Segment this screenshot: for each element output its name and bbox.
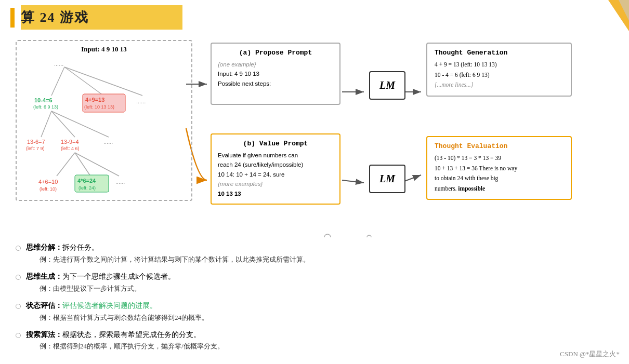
svg-text:(left: 6 9 13): (left: 6 9 13) [33, 104, 58, 110]
svg-line-15 [51, 111, 75, 137]
value-prompt-title: (b) Value Prompt [218, 140, 333, 147]
svg-text:(left: 7 9): (left: 7 9) [26, 146, 45, 151]
svg-text:......: ...... [136, 98, 146, 104]
sub-2: 例：由模型提议下一步计算方式。 [26, 283, 175, 294]
sub-4: 例：根据得到24的概率，顺序执行分支，抛弃零/低概率分支。 [26, 341, 224, 352]
propose-example-note: {one example} [218, 60, 333, 69]
thought-eval-section: Thought Evaluation (13 - 10) * 13 = 3 * … [426, 136, 572, 200]
propose-prompt: (a) Propose Prompt {one example} Input: … [211, 43, 340, 105]
tree-svg: ...... 10-4=6 (left: 6 9 13) 4+9=13 (lef… [23, 57, 189, 197]
header-accent-bar [10, 8, 15, 28]
value-last-line: 10 13 13 [218, 189, 333, 198]
svg-line-14 [41, 111, 51, 137]
te-line3: to obtain 24 with these big [435, 173, 564, 184]
bullet-3 [16, 300, 26, 323]
svg-line-7 [342, 180, 364, 183]
thought-gen-title: Thought Generation [435, 49, 564, 57]
svg-text:......: ...... [103, 139, 113, 145]
propose-steps-line: Possible next steps: [218, 79, 333, 88]
svg-text:13-9=4: 13-9=4 [61, 139, 79, 145]
bottom-item-3: 状态评估：评估候选者解决问题的进展。 例：根据当前计算方式与剩余数结合能够得到2… [16, 300, 613, 323]
text-4: 根据状态，探索最有希望完成任务的分支。 [62, 331, 201, 339]
main-2: 思维生成：为下一个思维步骤生成k个候选者。 [26, 271, 175, 283]
lm-box-2: LM [369, 165, 405, 193]
lm-box-1: LM [369, 71, 405, 100]
value-prompt-body: Evaluate if given numbers can reach 24 (… [218, 151, 333, 198]
label-4: 搜索算法： [26, 331, 62, 339]
thought-generation-box: Thought Generation 4 + 9 = 13 (left: 10 … [426, 43, 572, 97]
bullet-2 [16, 271, 26, 294]
svg-line-12 [64, 67, 103, 96]
main-4: 搜索算法：根据状态，探索最有希望完成任务的分支。 [26, 329, 224, 341]
main-1: 思维分解：拆分任务。 [26, 241, 310, 254]
svg-text:(left: 10 13 13): (left: 10 13 13) [84, 104, 114, 110]
te-line2: 10 + 13 + 13 = 36 There is no way [435, 164, 564, 174]
svg-line-18 [75, 153, 90, 176]
propose-input-line: Input: 4 9 10 13 [218, 69, 333, 78]
tg-line3: {...more lines...} [435, 80, 564, 90]
bullet-1 [16, 241, 26, 265]
propose-prompt-title: (a) Propose Prompt [218, 49, 333, 57]
main-3: 状态评估：评估候选者解决问题的进展。 [26, 300, 208, 312]
input-label: Input: 4 9 10 13 [23, 45, 185, 53]
value-line2: reach 24 (sure/likely/impossible) [218, 160, 333, 169]
svg-line-16 [51, 111, 109, 137]
svg-text:(left: 10): (left: 10) [40, 186, 57, 192]
svg-text:(left: 24): (left: 24) [78, 185, 96, 191]
svg-text:......: ...... [54, 61, 63, 67]
lm-label-2: LM [369, 165, 405, 193]
value-line1: Evaluate if given numbers can [218, 151, 333, 160]
propose-prompt-box: (a) Propose Prompt {one example} Input: … [211, 43, 340, 105]
content-3: 状态评估：评估候选者解决问题的进展。 例：根据当前计算方式与剩余数结合能够得到2… [26, 300, 208, 323]
text-2: 为下一个思维步骤生成k个候选者。 [62, 273, 175, 280]
value-line3: 10 14: 10 + 14 = 24. sure [218, 170, 333, 179]
thought-eval-title: Thought Evaluation [435, 142, 564, 150]
te-line4: numbers. impossible [435, 184, 564, 194]
value-more-note: {more examples} [218, 179, 333, 188]
content-4: 搜索算法：根据状态，探索最有希望完成任务的分支。 例：根据得到24的概率，顺序执… [26, 329, 224, 353]
svg-point-9 [324, 234, 331, 237]
main-diagram: Input: 4 9 10 13 [5, 35, 613, 237]
value-prompt-box: (b) Value Prompt Evaluate if given numbe… [211, 133, 340, 205]
content-1: 思维分解：拆分任务。 例：先进行两个数之间的计算，将计算结果与剩下的某个数计算，… [26, 241, 310, 265]
bottom-item-2: 思维生成：为下一个思维步骤生成k个候选者。 例：由模型提议下一步计算方式。 [16, 271, 613, 294]
content-2: 思维生成：为下一个思维步骤生成k个候选者。 例：由模型提议下一步计算方式。 [26, 271, 175, 294]
svg-point-10 [367, 235, 371, 237]
svg-text:(left: 4 6): (left: 4 6) [61, 146, 80, 151]
thought-evaluation-box: Thought Evaluation (13 - 10) * 13 = 3 * … [426, 136, 572, 200]
watermark: CSDN @*星星之火* [560, 349, 620, 359]
label-3: 状态评估： [26, 302, 62, 309]
tree-diagram: Input: 4 9 10 13 [10, 40, 198, 227]
svg-line-19 [75, 153, 119, 176]
text-1: 拆分任务。 [62, 244, 99, 251]
svg-line-17 [57, 153, 75, 176]
label-1: 思维分解： [26, 244, 62, 251]
thought-eval-body: (13 - 10) * 13 = 3 * 13 = 39 10 + 13 + 1… [435, 153, 564, 194]
svg-text:......: ...... [115, 179, 125, 185]
thought-gen-section: Thought Generation 4 + 9 = 13 (left: 10 … [426, 43, 572, 97]
lm-label-1: LM [369, 71, 405, 100]
thought-gen-body: 4 + 9 = 13 (left: 10 13 13) 10 - 4 = 6 (… [435, 60, 564, 90]
svg-text:10-4=6: 10-4=6 [34, 97, 53, 103]
tree-dashed-box: Input: 4 9 10 13 [16, 40, 192, 201]
label-2: 思维生成： [26, 273, 62, 280]
svg-text:4*6=24: 4*6=24 [77, 178, 96, 184]
tg-line2: 10 - 4 = 6 (left: 6 9 13) [435, 70, 564, 80]
header-decoration [587, 0, 629, 31]
propose-prompt-body: {one example} Input: 4 9 10 13 Possible … [218, 60, 333, 88]
svg-line-13 [64, 67, 142, 96]
sub-1: 例：先进行两个数之间的计算，将计算结果与剩下的某个数计算，以此类推完成所需计算。 [26, 254, 310, 265]
value-prompt: (b) Value Prompt Evaluate if given numbe… [211, 133, 340, 205]
bottom-item-1: 思维分解：拆分任务。 例：先进行两个数之间的计算，将计算结果与剩下的某个数计算，… [16, 241, 613, 265]
bottom-item-4: 搜索算法：根据状态，探索最有希望完成任务的分支。 例：根据得到24的概率，顺序执… [16, 329, 613, 353]
svg-text:4+6=10: 4+6=10 [38, 179, 58, 185]
svg-text:4+9=13: 4+9=13 [85, 97, 104, 103]
te-line1: (13 - 10) * 13 = 3 * 13 = 39 [435, 153, 564, 164]
sub-3: 例：根据当前计算方式与剩余数结合能够得到24的概率。 [26, 312, 208, 323]
tg-line1: 4 + 9 = 13 (left: 10 13 13) [435, 60, 564, 70]
bottom-section: 思维分解：拆分任务。 例：先进行两个数之间的计算，将计算结果与剩下的某个数计算，… [0, 237, 629, 353]
page-title: 算 24 游戏 [21, 5, 182, 30]
svg-line-11 [51, 67, 64, 96]
page-header: 算 24 游戏 [0, 0, 629, 35]
svg-text:13-6=7: 13-6=7 [27, 139, 45, 145]
